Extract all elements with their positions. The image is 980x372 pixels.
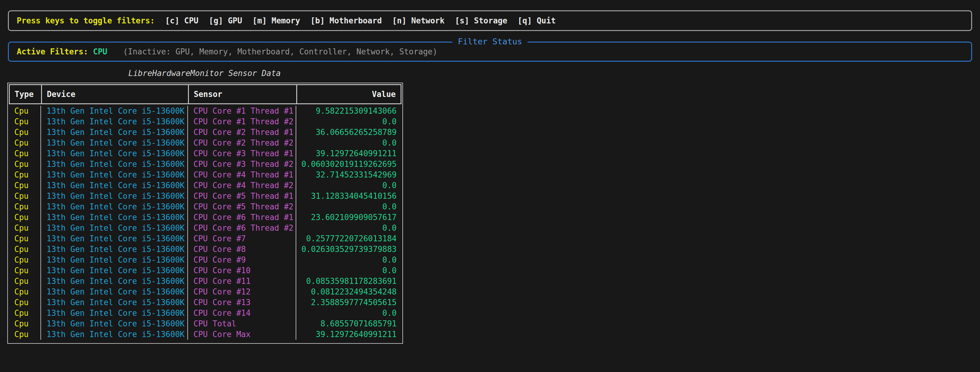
table-row: Cpu13th Gen Intel Core i5-13600KCPU Core…: [9, 329, 401, 340]
device-cell: 13th Gen Intel Core i5-13600K: [41, 138, 188, 148]
shortcut-network[interactable]: [n] Network: [392, 16, 444, 25]
type-cell: Cpu: [9, 201, 41, 212]
sensor-cell: CPU Core #13: [188, 297, 296, 308]
device-cell: 13th Gen Intel Core i5-13600K: [41, 318, 188, 329]
active-filters-label: Active Filters:: [17, 47, 88, 56]
type-cell: Cpu: [9, 148, 41, 159]
active-filters-value: CPU: [93, 47, 107, 56]
column-header-type: Type: [10, 85, 42, 103]
sensor-cell: CPU Core #3 Thread #2: [188, 159, 296, 169]
filter-status-panel-title: Filter Status: [452, 37, 527, 46]
device-cell: 13th Gen Intel Core i5-13600K: [41, 127, 188, 138]
value-cell: 0.0: [296, 201, 401, 212]
table-row: Cpu13th Gen Intel Core i5-13600KCPU Core…: [9, 276, 401, 287]
type-cell: Cpu: [9, 318, 41, 329]
value-cell: 0.0: [296, 180, 401, 191]
device-cell: 13th Gen Intel Core i5-13600K: [41, 116, 188, 127]
column-header-device: Device: [42, 85, 189, 103]
sensor-cell: CPU Core #4 Thread #2: [188, 180, 296, 191]
filter-status-panel: Filter Status Active Filters: CPU (Inact…: [8, 42, 972, 62]
column-header-value: Value: [297, 85, 401, 103]
table-row: Cpu13th Gen Intel Core i5-13600KCPU Core…: [9, 148, 401, 159]
sensor-table: TypeDeviceSensorValue Cpu13th Gen Intel …: [7, 83, 403, 344]
type-cell: Cpu: [9, 308, 41, 318]
device-cell: 13th Gen Intel Core i5-13600K: [41, 159, 188, 169]
device-cell: 13th Gen Intel Core i5-13600K: [41, 212, 188, 223]
sensor-cell: CPU Core #6 Thread #2: [188, 223, 296, 233]
type-cell: Cpu: [9, 180, 41, 191]
sensor-cell: CPU Core #5 Thread #1: [188, 191, 296, 201]
device-cell: 13th Gen Intel Core i5-13600K: [41, 329, 188, 340]
type-cell: Cpu: [9, 138, 41, 148]
value-cell: 0.08535981178283691: [296, 276, 401, 287]
type-cell: Cpu: [9, 212, 41, 223]
shortcut-cpu[interactable]: [c] CPU: [165, 16, 199, 25]
table-row: Cpu13th Gen Intel Core i5-13600KCPU Tota…: [9, 318, 401, 329]
value-cell: 0.0812232494354248: [296, 287, 401, 297]
table-row: Cpu13th Gen Intel Core i5-13600KCPU Core…: [9, 223, 401, 233]
shortcut-memory[interactable]: [m] Memory: [253, 16, 300, 25]
sensor-cell: CPU Core #2 Thread #2: [188, 138, 296, 148]
device-cell: 13th Gen Intel Core i5-13600K: [41, 223, 188, 233]
shortcut-storage[interactable]: [s] Storage: [455, 16, 508, 25]
table-row: Cpu13th Gen Intel Core i5-13600KCPU Core…: [9, 233, 401, 244]
table-row: Cpu13th Gen Intel Core i5-13600KCPU Core…: [9, 255, 401, 265]
sensor-cell: CPU Core #7: [188, 233, 296, 244]
sensor-cell: CPU Total: [188, 318, 296, 329]
value-cell: 8.68557071685791: [296, 318, 401, 329]
sensor-cell: CPU Core #14: [188, 308, 296, 318]
value-cell: 23.602109909057617: [296, 212, 401, 223]
table-row: Cpu13th Gen Intel Core i5-13600KCPU Core…: [9, 159, 401, 169]
type-cell: Cpu: [9, 287, 41, 297]
sensor-cell: CPU Core #1 Thread #2: [188, 116, 296, 127]
type-cell: Cpu: [9, 223, 41, 233]
column-header-sensor: Sensor: [189, 85, 297, 103]
table-row: Cpu13th Gen Intel Core i5-13600KCPU Core…: [9, 169, 401, 180]
device-cell: 13th Gen Intel Core i5-13600K: [41, 233, 188, 244]
table-row: Cpu13th Gen Intel Core i5-13600KCPU Core…: [9, 106, 401, 116]
keybar-prompt: Press keys to toggle filters:: [17, 16, 155, 25]
value-cell: 31.128334045410156: [296, 191, 401, 201]
type-cell: Cpu: [9, 255, 41, 265]
device-cell: 13th Gen Intel Core i5-13600K: [41, 297, 188, 308]
sensor-cell: CPU Core #10: [188, 265, 296, 276]
table-row: Cpu13th Gen Intel Core i5-13600KCPU Core…: [9, 265, 401, 276]
table-row: Cpu13th Gen Intel Core i5-13600KCPU Core…: [9, 127, 401, 138]
type-cell: Cpu: [9, 265, 41, 276]
table-row: Cpu13th Gen Intel Core i5-13600KCPU Core…: [9, 308, 401, 318]
keybar-panel: Press keys to toggle filters: [c] CPU[g]…: [8, 10, 972, 31]
device-cell: 13th Gen Intel Core i5-13600K: [41, 287, 188, 297]
value-cell: 0.0: [296, 255, 401, 265]
shortcut-quit[interactable]: [q] Quit: [518, 16, 556, 25]
device-cell: 13th Gen Intel Core i5-13600K: [41, 106, 188, 116]
device-cell: 13th Gen Intel Core i5-13600K: [41, 180, 188, 191]
type-cell: Cpu: [9, 329, 41, 340]
keybar-shortcuts: [c] CPU[g] GPU[m] Memory[b] Motherboard[…: [165, 16, 556, 25]
table-row: Cpu13th Gen Intel Core i5-13600KCPU Core…: [9, 201, 401, 212]
value-cell: 0.0: [296, 223, 401, 233]
table-row: Cpu13th Gen Intel Core i5-13600KCPU Core…: [9, 287, 401, 297]
table-row: Cpu13th Gen Intel Core i5-13600KCPU Core…: [9, 116, 401, 127]
value-cell: 9.582215309143066: [296, 106, 401, 116]
value-cell: 36.06656265258789: [296, 127, 401, 138]
table-title: LibreHardwareMonitor Sensor Data: [7, 69, 402, 78]
device-cell: 13th Gen Intel Core i5-13600K: [41, 244, 188, 255]
type-cell: Cpu: [9, 116, 41, 127]
value-cell: 32.71452331542969: [296, 169, 401, 180]
shortcut-gpu[interactable]: [g] GPU: [209, 16, 242, 25]
device-cell: 13th Gen Intel Core i5-13600K: [41, 276, 188, 287]
shortcut-motherboard[interactable]: [b] Motherboard: [310, 16, 382, 25]
sensor-cell: CPU Core #3 Thread #1: [188, 148, 296, 159]
value-cell: 0.026303529739379883: [296, 244, 401, 255]
table-row: Cpu13th Gen Intel Core i5-13600KCPU Core…: [9, 138, 401, 148]
sensor-cell: CPU Core #6 Thread #1: [188, 212, 296, 223]
value-cell: 0.25777220726013184: [296, 233, 401, 244]
table-row: Cpu13th Gen Intel Core i5-13600KCPU Core…: [9, 180, 401, 191]
device-cell: 13th Gen Intel Core i5-13600K: [41, 308, 188, 318]
value-cell: 0.0: [296, 265, 401, 276]
value-cell: 0.0: [296, 138, 401, 148]
sensor-cell: CPU Core Max: [188, 329, 296, 340]
sensor-cell: CPU Core #8: [188, 244, 296, 255]
value-cell: 0.0: [296, 308, 401, 318]
device-cell: 13th Gen Intel Core i5-13600K: [41, 169, 188, 180]
